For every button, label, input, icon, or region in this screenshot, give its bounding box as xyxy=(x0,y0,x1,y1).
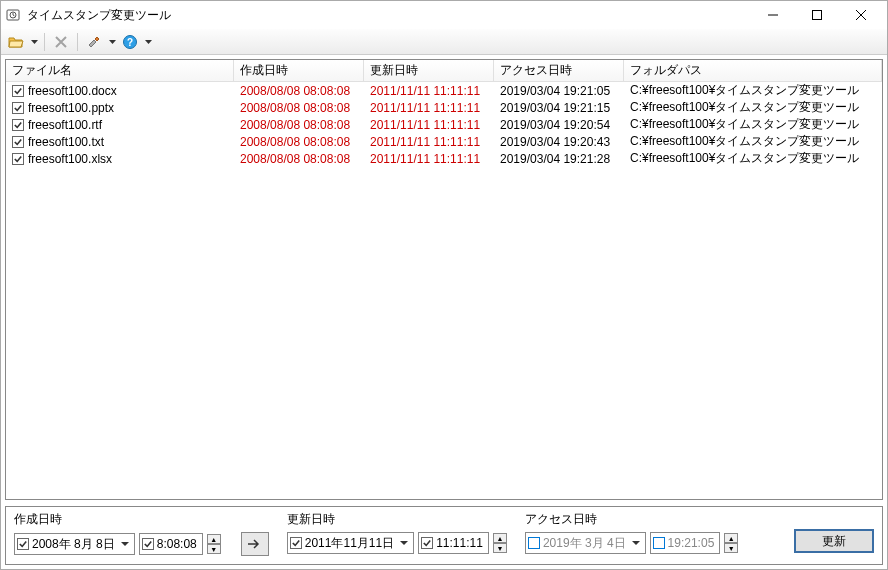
table-row[interactable]: freesoft100.txt2008/08/08 08:08:082011/1… xyxy=(6,133,882,150)
chevron-down-icon[interactable] xyxy=(118,542,132,547)
table-row[interactable]: freesoft100.xlsx2008/08/08 08:08:082011/… xyxy=(6,150,882,167)
file-name: freesoft100.docx xyxy=(28,84,117,98)
accessed-cell: 2019/03/04 19:20:54 xyxy=(494,118,624,132)
window-title: タイムスタンプ変更ツール xyxy=(27,7,751,24)
svg-text:?: ? xyxy=(127,37,133,48)
content-area: ファイル名 作成日時 更新日時 アクセス日時 フォルダパス freesoft10… xyxy=(1,55,887,569)
settings-dropdown[interactable] xyxy=(107,31,117,53)
toolbar-separator xyxy=(77,33,78,51)
folder-cell: C:¥freesoft100¥タイムスタンプ変更ツール xyxy=(624,150,882,167)
app-window: タイムスタンプ変更ツール ? ファイル名 作成日時 更 xyxy=(0,0,888,570)
row-check[interactable] xyxy=(12,153,24,165)
delete-button[interactable] xyxy=(50,31,72,53)
folder-cell: C:¥freesoft100¥タイムスタンプ変更ツール xyxy=(624,99,882,116)
row-check[interactable] xyxy=(12,102,24,114)
maximize-button[interactable] xyxy=(795,1,839,29)
created-cell: 2008/08/08 08:08:08 xyxy=(234,152,364,166)
chevron-down-icon[interactable] xyxy=(629,541,643,546)
modified-time-spinner[interactable]: ▲▼ xyxy=(493,533,507,553)
table-header: ファイル名 作成日時 更新日時 アクセス日時 フォルダパス xyxy=(6,60,882,82)
modified-date-input[interactable]: 2011年11月11日 xyxy=(287,532,414,554)
modified-cell: 2011/11/11 11:11:11 xyxy=(364,101,494,115)
help-button[interactable]: ? xyxy=(119,31,141,53)
folder-cell: C:¥freesoft100¥タイムスタンプ変更ツール xyxy=(624,133,882,150)
table-body[interactable]: freesoft100.docx2008/08/08 08:08:082011/… xyxy=(6,82,882,499)
file-name: freesoft100.xlsx xyxy=(28,152,112,166)
update-button[interactable]: 更新 xyxy=(794,529,874,553)
settings-button[interactable] xyxy=(83,31,105,53)
created-time-check[interactable] xyxy=(142,538,154,550)
open-dropdown[interactable] xyxy=(29,31,39,53)
open-folder-button[interactable] xyxy=(5,31,27,53)
created-time-spinner[interactable]: ▲▼ xyxy=(207,534,221,554)
titlebar[interactable]: タイムスタンプ変更ツール xyxy=(1,1,887,29)
accessed-group: アクセス日時 2019年 3月 4日 19:21:05 ▲▼ xyxy=(525,511,738,556)
accessed-cell: 2019/03/04 19:20:43 xyxy=(494,135,624,149)
created-date-check[interactable] xyxy=(17,538,29,550)
file-name: freesoft100.txt xyxy=(28,135,104,149)
modified-cell: 2011/11/11 11:11:11 xyxy=(364,135,494,149)
bottom-panel: 作成日時 2008年 8月 8日 8:08:08 ▲▼ xyxy=(5,506,883,565)
created-label: 作成日時 xyxy=(14,511,269,528)
modified-cell: 2011/11/11 11:11:11 xyxy=(364,84,494,98)
folder-cell: C:¥freesoft100¥タイムスタンプ変更ツール xyxy=(624,116,882,133)
copy-right-button[interactable] xyxy=(241,532,269,556)
accessed-cell: 2019/03/04 19:21:05 xyxy=(494,84,624,98)
minimize-button[interactable] xyxy=(751,1,795,29)
accessed-time-spinner[interactable]: ▲▼ xyxy=(724,533,738,553)
table-row[interactable]: freesoft100.docx2008/08/08 08:08:082011/… xyxy=(6,82,882,99)
col-header-created[interactable]: 作成日時 xyxy=(234,60,364,81)
row-check[interactable] xyxy=(12,85,24,97)
table-row[interactable]: freesoft100.pptx2008/08/08 08:08:082011/… xyxy=(6,99,882,116)
created-cell: 2008/08/08 08:08:08 xyxy=(234,135,364,149)
modified-cell: 2011/11/11 11:11:11 xyxy=(364,152,494,166)
accessed-date-check[interactable] xyxy=(528,537,540,549)
table-row[interactable]: freesoft100.rtf2008/08/08 08:08:082011/1… xyxy=(6,116,882,133)
created-time-input[interactable]: 8:08:08 xyxy=(139,533,203,555)
modified-cell: 2011/11/11 11:11:11 xyxy=(364,118,494,132)
col-header-folder[interactable]: フォルダパス xyxy=(624,60,882,81)
toolbar-separator xyxy=(44,33,45,51)
folder-cell: C:¥freesoft100¥タイムスタンプ変更ツール xyxy=(624,82,882,99)
modified-label: 更新日時 xyxy=(287,511,507,528)
col-header-modified[interactable]: 更新日時 xyxy=(364,60,494,81)
row-check[interactable] xyxy=(12,119,24,131)
created-cell: 2008/08/08 08:08:08 xyxy=(234,118,364,132)
accessed-cell: 2019/03/04 19:21:28 xyxy=(494,152,624,166)
created-group: 作成日時 2008年 8月 8日 8:08:08 ▲▼ xyxy=(14,511,269,556)
created-cell: 2008/08/08 08:08:08 xyxy=(234,84,364,98)
created-date-input[interactable]: 2008年 8月 8日 xyxy=(14,533,135,555)
modified-time-check[interactable] xyxy=(421,537,433,549)
accessed-label: アクセス日時 xyxy=(525,511,738,528)
svg-rect-2 xyxy=(813,11,822,20)
col-header-accessed[interactable]: アクセス日時 xyxy=(494,60,624,81)
modified-date-check[interactable] xyxy=(290,537,302,549)
app-icon xyxy=(5,7,21,23)
accessed-cell: 2019/03/04 19:21:15 xyxy=(494,101,624,115)
created-cell: 2008/08/08 08:08:08 xyxy=(234,101,364,115)
modified-group: 更新日時 2011年11月11日 11:11:11 ▲▼ xyxy=(287,511,507,556)
file-name: freesoft100.pptx xyxy=(28,101,114,115)
help-dropdown[interactable] xyxy=(143,31,153,53)
row-check[interactable] xyxy=(12,136,24,148)
accessed-date-input[interactable]: 2019年 3月 4日 xyxy=(525,532,646,554)
accessed-time-check[interactable] xyxy=(653,537,665,549)
toolbar: ? xyxy=(1,29,887,55)
chevron-down-icon[interactable] xyxy=(397,541,411,546)
close-button[interactable] xyxy=(839,1,883,29)
modified-time-input[interactable]: 11:11:11 xyxy=(418,532,489,554)
col-header-name[interactable]: ファイル名 xyxy=(6,60,234,81)
file-name: freesoft100.rtf xyxy=(28,118,102,132)
file-table: ファイル名 作成日時 更新日時 アクセス日時 フォルダパス freesoft10… xyxy=(5,59,883,500)
accessed-time-input[interactable]: 19:21:05 xyxy=(650,532,721,554)
